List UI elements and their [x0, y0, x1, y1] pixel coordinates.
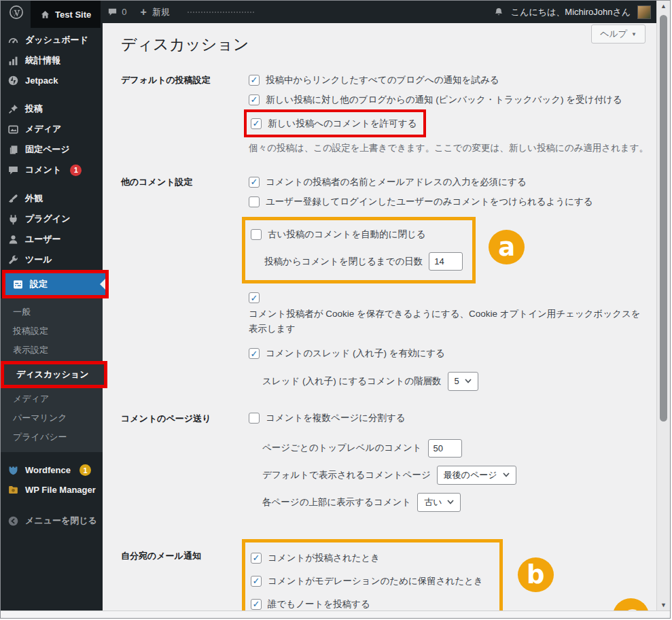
- option-cookies-optin[interactable]: ✓: [249, 290, 650, 305]
- avatar[interactable]: [637, 5, 651, 19]
- sidebar-collapse-menu[interactable]: メニューを閉じる: [1, 511, 103, 531]
- chevron-down-icon: ▼: [631, 31, 637, 37]
- comments-order-row: 各ページの上部に表示するコメント 古い: [249, 493, 650, 512]
- sidebar-item-pages[interactable]: 固定ページ: [1, 139, 103, 160]
- sidebar-item-dashboard[interactable]: ダッシュボード: [1, 30, 103, 50]
- comments-order-select[interactable]: 古い: [417, 493, 461, 512]
- help-button[interactable]: ヘルプ ▼: [591, 24, 646, 44]
- wordfence-icon: [7, 464, 19, 476]
- sidebar-item-label: WP File Manager: [25, 485, 96, 495]
- checkbox[interactable]: ✓: [249, 348, 260, 359]
- checkbox[interactable]: ✓: [249, 177, 260, 188]
- checkbox[interactable]: ✓: [251, 576, 262, 587]
- submenu-item-permalinks[interactable]: パーマリンク: [1, 409, 103, 428]
- sidebar-item-label: 投稿: [25, 103, 43, 115]
- option-email-comment-posted[interactable]: ✓ コメントが投稿されたとき: [251, 547, 483, 570]
- chevron-down-icon: [465, 379, 472, 383]
- submenu-item-discussion[interactable]: ディスカッション: [4, 364, 104, 385]
- scroll-up-arrow-icon[interactable]: ▲: [660, 1, 667, 12]
- site-menu[interactable]: Test Site: [31, 1, 101, 28]
- sidebar-item-label: コメント: [25, 164, 61, 176]
- submenu-item-media[interactable]: メディア: [1, 390, 103, 409]
- sidebar-item-wordfence[interactable]: Wordfence 1: [1, 460, 103, 480]
- redacted-text: [188, 12, 254, 13]
- checkbox[interactable]: ✓: [251, 553, 262, 564]
- bell-icon[interactable]: [493, 7, 504, 18]
- option-break-comments-pages[interactable]: コメントを複数ページに分割する: [249, 409, 650, 428]
- selected-value: 古い: [424, 496, 442, 509]
- option-label: コメントの投稿者の名前とメールアドレスの入力を必須にする: [266, 176, 527, 188]
- checkbox[interactable]: [251, 229, 262, 240]
- option-email-comment-moderation[interactable]: ✓ コメントがモデレーションのために保留されたとき: [251, 570, 483, 593]
- checkbox[interactable]: [249, 413, 260, 424]
- highlight-box-a: 古い投稿のコメントを自動的に閉じる 投稿からコメントを閉じるまでの日数 a: [242, 217, 476, 283]
- option-label: コメント投稿者が Cookie を保存できるようにする、Cookie オプトイン…: [249, 307, 650, 337]
- option-close-old-comments[interactable]: 古い投稿のコメントを自動的に閉じる: [251, 224, 463, 244]
- selected-value: 5: [455, 376, 459, 386]
- option-allow-pingbacks[interactable]: ✓ 新しい投稿に対し他のブログからの通知 (ピンバック・トラックバック) を受け…: [249, 90, 650, 109]
- pages-icon: [7, 144, 19, 156]
- sidebar-item-plugins[interactable]: プラグイン: [1, 209, 103, 229]
- scrollbar-thumb[interactable]: [660, 15, 667, 421]
- admin-bar-new[interactable]: + 新規: [133, 1, 176, 23]
- sidebar-item-label: 外観: [25, 192, 43, 205]
- sidebar-item-label: 設定: [30, 278, 48, 290]
- checkbox[interactable]: ✓: [251, 599, 262, 610]
- dashboard-icon: [7, 35, 19, 46]
- settings-submenu: 一般 投稿設定 表示設定 ディスカッション メディア パーマリンク プライバシー: [1, 298, 103, 452]
- option-allow-comments[interactable]: ✓ 新しい投稿へのコメントを許可する: [251, 114, 417, 133]
- settings-row-other-comments: 他のコメント設定 ✓ コメントの投稿者の名前とメールアドレスの入力を必須にする …: [121, 172, 650, 391]
- sidebar-item-label: Wordfence: [25, 465, 71, 475]
- field-label: デフォルトで表示されるコメントページ: [262, 469, 431, 481]
- admin-bar-comments[interactable]: 0: [101, 1, 133, 23]
- sidebar-item-posts[interactable]: 投稿: [1, 99, 103, 119]
- sidebar-item-tools[interactable]: ツール: [1, 249, 103, 270]
- sidebar-item-settings[interactable]: 設定: [5, 273, 105, 295]
- checkbox[interactable]: ✓: [249, 292, 260, 303]
- comment-bubble-icon: [7, 165, 19, 176]
- submenu-item-general[interactable]: 一般: [1, 303, 103, 322]
- thread-depth-row: スレッド (入れ子) にするコメントの階層数 5: [249, 372, 650, 391]
- comments-count: 0: [122, 7, 126, 17]
- sidebar-item-users[interactable]: ユーザー: [1, 229, 103, 249]
- field-label: 各ページの上部に表示するコメント: [262, 496, 411, 509]
- option-label: コメントのスレッド (入れ子) を有効にする: [266, 347, 445, 360]
- media-icon: [7, 124, 19, 135]
- chevron-down-icon: [447, 500, 454, 504]
- comments-per-page-input[interactable]: [428, 439, 462, 458]
- submenu-item-privacy[interactable]: プライバシー: [1, 428, 103, 447]
- option-require-name-email[interactable]: ✓ コメントの投稿者の名前とメールアドレスの入力を必須にする: [249, 172, 650, 192]
- option-threaded-comments[interactable]: ✓ コメントのスレッド (入れ子) を有効にする: [249, 344, 650, 364]
- field-label: ページごとのトップレベルのコメント: [262, 442, 422, 454]
- sidebar-item-jetpack[interactable]: Jetpack: [1, 71, 103, 90]
- sidebar-item-label: Jetpack: [25, 75, 58, 86]
- page-title: ディスカッション: [121, 34, 650, 55]
- sidebar-item-wp-file-manager[interactable]: WP File Manager: [1, 480, 103, 500]
- thread-depth-select[interactable]: 5: [448, 372, 478, 391]
- settings-note: 個々の投稿は、この設定を上書きできます。ここでの変更は、新しい投稿にのみ適用され…: [249, 142, 650, 154]
- checkbox[interactable]: ✓: [249, 75, 260, 86]
- checkbox[interactable]: ✓: [251, 118, 262, 129]
- sidebar-item-media[interactable]: メディア: [1, 119, 103, 139]
- submenu-item-reading[interactable]: 表示設定: [1, 341, 103, 360]
- greeting-user-menu[interactable]: こんにちは、MichiroJohnさん: [511, 6, 631, 18]
- option-anyone-post-note[interactable]: ✓ 誰でもノートを投稿する: [251, 593, 483, 610]
- scroll-down-arrow-icon[interactable]: ▼: [660, 600, 667, 610]
- wrench-icon: [7, 254, 19, 266]
- checkbox[interactable]: [249, 196, 260, 207]
- option-notify-linked-blogs[interactable]: ✓ 投稿中からリンクしたすべてのブログへの通知を試みる: [249, 70, 650, 90]
- submenu-item-writing[interactable]: 投稿設定: [1, 322, 103, 341]
- option-label: コメントがモデレーションのために保留されたとき: [268, 575, 483, 587]
- annotation-badge-a: a: [489, 230, 525, 264]
- sidebar-item-appearance[interactable]: 外観: [1, 188, 103, 209]
- wordpress-logo-icon[interactable]: [9, 5, 24, 20]
- option-label: コメントが投稿されたとき: [268, 552, 380, 564]
- checkbox[interactable]: ✓: [249, 94, 260, 105]
- field-label: スレッド (入れ子) にするコメントの階層数: [262, 375, 442, 388]
- sidebar-item-comments[interactable]: コメント 1: [1, 160, 103, 180]
- option-registered-users-only[interactable]: ユーザー登録してログインしたユーザーのみコメントをつけられるようにする: [249, 192, 650, 211]
- default-comments-page-select[interactable]: 最後のページ: [437, 466, 516, 485]
- close-comments-days-input[interactable]: [429, 252, 463, 271]
- plus-icon: +: [140, 6, 146, 18]
- sidebar-item-stats[interactable]: 統計情報: [1, 50, 103, 71]
